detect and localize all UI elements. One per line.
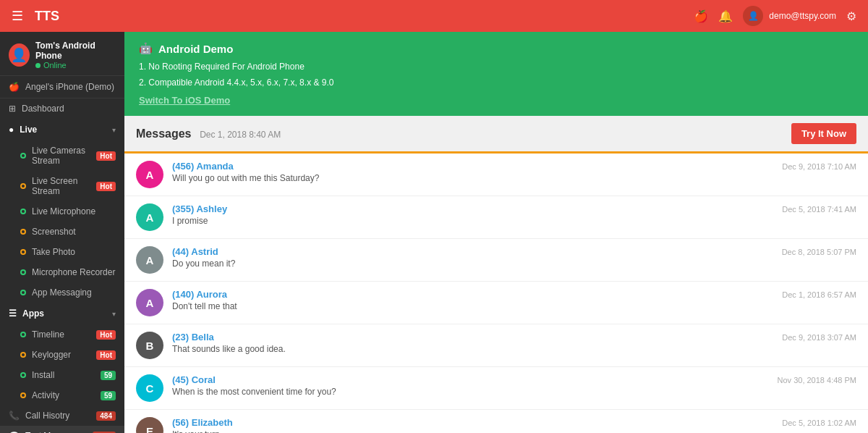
- message-text: Do you mean it?: [172, 258, 773, 269]
- badge: 59: [101, 391, 116, 400]
- header-email: demo@ttspy.com: [769, 11, 836, 21]
- header-left: ☰ TTS: [12, 8, 59, 24]
- sidebar-item-screenshot[interactable]: Screenshot: [0, 222, 124, 242]
- message-item[interactable]: A (140) Aurora Don't tell me that Dec 1,…: [124, 282, 868, 324]
- message-item[interactable]: B (23) Bella That sounds like a good ide…: [124, 324, 868, 367]
- status-dot: [35, 63, 41, 68]
- sidebar-item-live-cameras-stream[interactable]: Live Cameras Stream Hot: [0, 140, 124, 171]
- message-time: Dec 9, 2018 3:07 AM: [782, 332, 856, 342]
- header-right: 🍎 🔔 👤 demo@ttspy.com ⚙: [694, 6, 856, 26]
- messages-title: Messages: [136, 127, 192, 140]
- other-device-label: Angel's iPhone (Demo): [25, 82, 114, 92]
- sidebar-item-timeline[interactable]: Timeline Hot: [0, 324, 124, 345]
- message-time: Nov 30, 2018 4:48 PM: [778, 374, 856, 384]
- message-time: Dec 5, 2018 1:02 AM: [782, 417, 856, 427]
- dot-icon: [20, 352, 26, 358]
- bell-icon[interactable]: 🔔: [718, 9, 733, 23]
- apps-section-label: ☰ Apps: [9, 308, 44, 319]
- message-item[interactable]: A (456) Amanda Will you go out with me t…: [124, 154, 868, 196]
- apple-icon[interactable]: 🍎: [694, 9, 708, 23]
- sidebar: 👤 Tom's Android Phone Online 🍎 Angel's i…: [0, 32, 124, 433]
- header-user: 👤 demo@ttspy.com: [743, 6, 836, 26]
- sidebar-item-dashboard[interactable]: ⊞ Dashboard: [0, 98, 124, 119]
- banner-title: 🤖 Android Demo: [139, 42, 854, 55]
- device-info: Tom's Android Phone Online: [35, 41, 116, 70]
- live-cameras-label: Live Cameras Stream: [32, 146, 90, 166]
- message-item[interactable]: A (44) Astrid Do you mean it? Dec 8, 201…: [124, 239, 868, 282]
- sidebar-item-live-microphone[interactable]: Live Microphone: [0, 201, 124, 222]
- badge-hot: Hot: [96, 151, 116, 161]
- sidebar-item-app-messaging[interactable]: App Messaging: [0, 282, 124, 303]
- dashboard-label: Dashboard: [22, 104, 64, 114]
- contact-name: (23) Bella: [172, 332, 773, 342]
- settings-icon[interactable]: ⚙: [846, 9, 856, 23]
- contact-name: (56) Elizabeth: [172, 417, 773, 428]
- sidebar-item-text-messages[interactable]: 💬 Text Messages 4071: [0, 426, 124, 433]
- other-device-item[interactable]: 🍎 Angel's iPhone (Demo): [0, 76, 124, 98]
- install-label: Install: [32, 370, 54, 380]
- try-it-button[interactable]: Try It Now: [791, 123, 856, 144]
- app-messaging-label: App Messaging: [32, 287, 92, 298]
- live-section-header[interactable]: ● Live ▾: [0, 119, 124, 140]
- take-photo-label: Take Photo: [32, 247, 75, 257]
- message-content: (45) Coral When is the most convenient t…: [172, 374, 769, 397]
- contact-name: (45) Coral: [172, 374, 769, 385]
- dot-icon: [20, 183, 26, 189]
- sidebar-item-take-photo[interactable]: Take Photo: [0, 242, 124, 262]
- sidebar-item-keylogger[interactable]: Keylogger Hot: [0, 345, 124, 365]
- sidebar-item-install[interactable]: Install 59: [0, 365, 124, 385]
- activity-label: Activity: [32, 390, 59, 400]
- status-text: Online: [43, 61, 67, 70]
- device-status: Online: [35, 61, 116, 70]
- call-history-label: Call Hisotry: [25, 411, 69, 421]
- live-screen-label: Live Screen Stream: [32, 176, 90, 196]
- mic-recorder-label: Microphone Recorder: [32, 267, 115, 277]
- message-text: Will you go out with me this Saturday?: [172, 173, 773, 183]
- sidebar-item-call-history[interactable]: 📞 Call Hisotry 484: [0, 405, 124, 426]
- message-list: A (456) Amanda Will you go out with me t…: [124, 154, 868, 433]
- apps-section-header[interactable]: ☰ Apps ▾: [0, 303, 124, 324]
- app-logo: TTS: [35, 9, 59, 24]
- message-content: (355) Ashley I promise: [172, 203, 773, 226]
- message-text: When is the most convenient time for you…: [172, 387, 769, 397]
- apps-items-list: Timeline Hot Keylogger Hot Install 59 Ac…: [0, 324, 124, 405]
- contact-name: (456) Amanda: [172, 161, 773, 172]
- sidebar-item-microphone-recorder[interactable]: Microphone Recorder: [0, 262, 124, 282]
- live-icon: ●: [9, 125, 14, 135]
- call-icon: 📞: [9, 411, 20, 421]
- dot-icon: [20, 372, 26, 378]
- ios-demo-link[interactable]: Switch To iOS Demo: [139, 95, 230, 106]
- content-area: 🤖 Android Demo 1. No Rooting Required Fo…: [124, 32, 868, 433]
- badge: Hot: [96, 350, 116, 360]
- message-text: I promise: [172, 216, 773, 226]
- contact-name: (140) Aurora: [172, 289, 773, 300]
- contact-name: (44) Astrid: [172, 246, 773, 257]
- apps-chevron-icon: ▾: [112, 310, 116, 318]
- dot-icon: [20, 209, 26, 214]
- badge: 484: [96, 411, 116, 421]
- hamburger-icon[interactable]: ☰: [12, 8, 23, 24]
- message-time: Dec 9, 2018 7:10 AM: [782, 161, 856, 171]
- other-device-icon: 🍎: [9, 82, 20, 92]
- dot-icon: [20, 290, 26, 295]
- screenshot-label: Screenshot: [32, 227, 76, 237]
- badge: 59: [101, 371, 116, 380]
- sidebar-item-activity[interactable]: Activity 59: [0, 385, 124, 405]
- message-item[interactable]: C (45) Coral When is the most convenient…: [124, 367, 868, 410]
- avatar: C: [136, 374, 163, 402]
- message-item[interactable]: A (355) Ashley I promise Dec 5, 2018 7:4…: [124, 196, 868, 239]
- message-text: Don't tell me that: [172, 301, 773, 311]
- sidebar-item-live-screen-stream[interactable]: Live Screen Stream Hot: [0, 171, 124, 201]
- messages-date: Dec 1, 2018 8:40 AM: [200, 130, 281, 140]
- avatar: B: [136, 332, 163, 359]
- device-name: Tom's Android Phone: [35, 41, 116, 61]
- dot-icon: [20, 153, 26, 159]
- message-content: (23) Bella That sounds like a good idea.: [172, 332, 773, 354]
- dashboard-icon: ⊞: [9, 104, 16, 114]
- dot-icon: [20, 269, 26, 275]
- avatar: A: [136, 203, 163, 231]
- contact-name: (355) Ashley: [172, 203, 773, 214]
- android-icon: 🤖: [139, 42, 153, 55]
- message-item[interactable]: E (56) Elizabeth It's your turn Dec 5, 2…: [124, 410, 868, 433]
- banner-title-text: Android Demo: [158, 43, 233, 55]
